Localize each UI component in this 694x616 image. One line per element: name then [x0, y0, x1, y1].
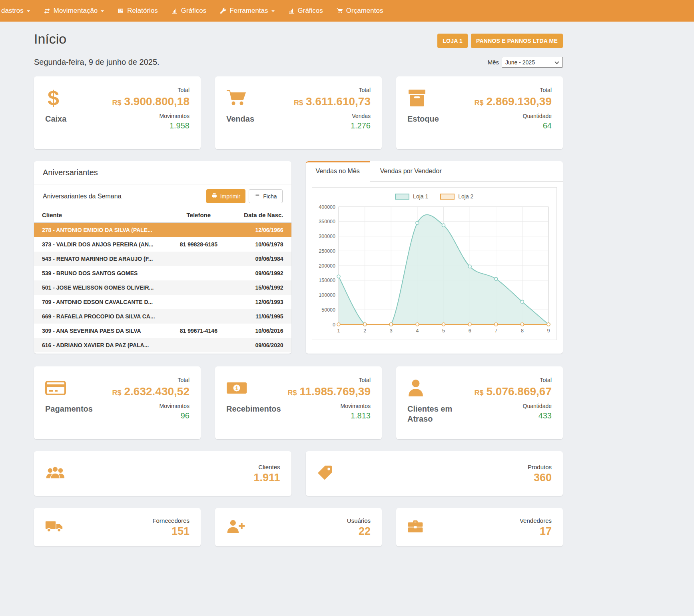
recebimentos-card[interactable]: 1 Recebimentos Total R$11.985.769,39 Mov… — [215, 366, 382, 439]
currency-symbol: R$ — [474, 389, 483, 397]
clientes-card[interactable]: Clientes 1.911 — [34, 451, 291, 496]
people-group-icon — [45, 466, 65, 482]
usuarios-card[interactable]: Usuários 22 — [215, 508, 382, 546]
vendas-total: R$3.611.610,73 — [294, 95, 371, 108]
month-value: June - 2025 — [505, 59, 535, 66]
nav-graficos-2[interactable]: Gráficos — [281, 0, 330, 22]
table-row[interactable]: 709 - ANTONIO EDSON CAVALCANTE D... 12/0… — [34, 295, 291, 309]
cell-telefone — [168, 309, 229, 324]
count-label: Movimentos — [112, 403, 189, 409]
counter-value: 22 — [347, 525, 371, 538]
sales-chart: 0500001000001500002000002500003000003500… — [315, 201, 553, 337]
counter-label: Vendedores — [520, 517, 552, 524]
ficha-button[interactable]: Ficha — [249, 189, 282, 203]
cell-nasc: 10/06/2016 — [229, 324, 291, 338]
svg-text:9: 9 — [547, 328, 550, 334]
money-bill-icon: 1 — [226, 377, 278, 399]
recebimentos-count: 1.813 — [287, 411, 371, 420]
table-row[interactable]: 616 - ADRIANO XAVIER DA PAZ (PALA... 09/… — [34, 338, 291, 352]
nav-ferramentas[interactable]: Ferramentas — [213, 0, 281, 22]
cart-icon — [337, 8, 343, 14]
credit-card-icon — [45, 377, 93, 399]
svg-text:100000: 100000 — [319, 292, 335, 298]
cell-telefone — [168, 266, 229, 280]
date-text: Segunda-feira, 9 de junho de 2025. — [34, 58, 160, 67]
chart-container: Loja 1 Loja 2 05000010000015000020000025… — [312, 187, 557, 340]
column-telefone: Telefone — [168, 208, 229, 222]
legend-item: Loja 2 — [440, 193, 473, 200]
tab-vendas-por-vendedor[interactable]: Vendas por Vendedor — [370, 161, 452, 181]
person-icon — [407, 377, 459, 399]
caret-down-icon — [27, 10, 30, 14]
recebimentos-total: R$11.985.769,39 — [287, 385, 371, 398]
pagamentos-name: Pagamentos — [45, 404, 93, 414]
pagamentos-card[interactable]: Pagamentos Total R$2.632.430,52 Moviment… — [34, 366, 201, 439]
estoque-card[interactable]: Estoque Total R$2.869.130,39 Quantidade … — [396, 76, 563, 149]
caret-down-icon — [271, 10, 275, 14]
tab-vendas-no-mes[interactable]: Vendas no Mês — [306, 161, 370, 182]
cell-nasc: 15/06/1992 — [229, 280, 291, 295]
nav-movimentacao-label: Movimentação — [54, 7, 98, 15]
total-label: Total — [112, 377, 189, 383]
table-row[interactable]: 669 - RAFAELA PROCOPIO DA SILVA CA... 11… — [34, 309, 291, 324]
count-label: Movimentos — [112, 113, 189, 119]
total-label: Total — [474, 377, 552, 383]
estoque-name: Estoque — [407, 114, 439, 124]
nav-movimentacao[interactable]: Movimentação — [37, 0, 111, 22]
caixa-name: Caixa — [45, 114, 66, 124]
clientes-atraso-card[interactable]: Clientes em Atraso Total R$5.076.869,67 … — [396, 366, 563, 439]
estoque-total: R$2.869.130,39 — [474, 95, 552, 108]
caixa-card[interactable]: $ Caixa Total R$3.900.800,18 Movimentos … — [34, 76, 201, 149]
cell-telefone — [168, 252, 229, 266]
cell-nasc: 09/06/1984 — [229, 252, 291, 266]
cell-telefone — [168, 222, 229, 237]
svg-text:6: 6 — [468, 328, 471, 334]
vendas-card[interactable]: Vendas Total R$3.611.610,73 Vendas 1.276 — [215, 76, 382, 149]
month-select[interactable]: June - 2025 — [502, 57, 563, 68]
produtos-card[interactable]: Produtos 360 — [306, 451, 563, 496]
svg-text:5: 5 — [442, 328, 445, 334]
company-button[interactable]: PANNOS E PANNOS LTDA ME — [471, 34, 563, 48]
total-value: 3.611.610,73 — [306, 95, 371, 108]
report-icon — [118, 8, 124, 14]
recebimentos-name: Recebimentos — [226, 404, 278, 414]
total-value: 2.869.130,39 — [487, 95, 552, 108]
counter-label: Usuários — [347, 517, 371, 524]
printer-icon — [211, 193, 217, 200]
currency-symbol: R$ — [112, 99, 121, 107]
counter-label: Fornecedores — [152, 517, 189, 524]
nav-relatorios[interactable]: Relatórios — [111, 0, 165, 22]
svg-text:250000: 250000 — [319, 248, 335, 254]
caixa-total: R$3.900.800,18 — [112, 95, 189, 108]
month-label: Mês — [488, 59, 499, 66]
table-row[interactable]: 373 - VALDIR DOS ANJOS PEREIRA (AN... 81… — [34, 237, 291, 252]
vendedores-card[interactable]: Vendedores 17 — [396, 508, 563, 546]
ficha-button-label: Ficha — [263, 193, 277, 200]
list-icon — [254, 193, 260, 200]
cell-nasc: 11/06/1995 — [229, 309, 291, 324]
count-label: Quantidade — [474, 113, 552, 119]
table-row[interactable]: 543 - RENATO MARINHO DE ARAUJO (F... 09/… — [34, 252, 291, 266]
counter-value: 1.911 — [253, 472, 280, 484]
table-row[interactable]: 501 - JOSE WELISSON GOMES OLIVEIR... 15/… — [34, 280, 291, 295]
svg-text:0: 0 — [333, 322, 335, 328]
cell-nasc: 09/06/2020 — [229, 338, 291, 352]
briefcase-icon — [407, 520, 423, 535]
store-button[interactable]: LOJA 1 — [437, 34, 468, 48]
sales-tabs: Vendas no Mês Vendas por Vendedor — [306, 161, 563, 182]
total-label: Total — [294, 87, 371, 93]
nav-orcamentos[interactable]: Orçamentos — [330, 0, 390, 22]
legend-swatch — [440, 194, 455, 200]
table-row[interactable]: 309 - ANA SEVERINA PAES DA SILVA 81 9967… — [34, 324, 291, 338]
count-label: Quantidade — [474, 403, 552, 409]
estoque-count: 64 — [474, 121, 552, 130]
table-row[interactable]: 539 - BRUNO DOS SANTOS GOMES 09/06/1992 — [34, 266, 291, 280]
caret-down-icon — [101, 10, 104, 14]
print-button[interactable]: Imprimir — [206, 189, 246, 203]
nav-cadastros[interactable]: dastros — [0, 0, 37, 22]
svg-text:200000: 200000 — [319, 263, 335, 269]
fornecedores-card[interactable]: Fornecedores 151 — [34, 508, 201, 546]
table-row[interactable]: 278 - ANTONIO EMIDIO DA SILVA (PALE... 1… — [34, 222, 291, 237]
counter-value: 17 — [520, 525, 552, 538]
nav-graficos-1[interactable]: Gráficos — [165, 0, 213, 22]
